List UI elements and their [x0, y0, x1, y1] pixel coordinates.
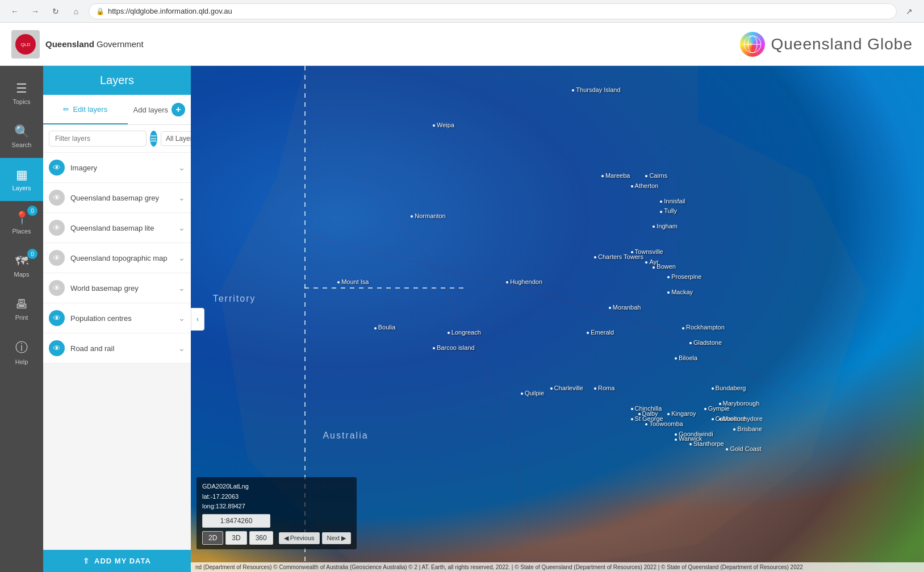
sidebar: ☰ Topics 🔍 Search ▦ Layers 0 📍 Places 0 …: [0, 66, 43, 572]
app-header: QLD Queensland Government Queensland Glo…: [0, 23, 924, 66]
view-3d-button[interactable]: 3D: [225, 531, 246, 545]
view-2d-button[interactable]: 2D: [202, 531, 223, 545]
collapse-panel-button[interactable]: ‹: [191, 308, 204, 331]
add-my-data-button[interactable]: ⇧ ADD MY DATA: [43, 550, 191, 572]
browser-chrome: ← → ↻ ⌂ 🔒 https://qldglobe.information.q…: [0, 0, 924, 23]
layers-panel-title: Layers: [43, 66, 191, 95]
layers-label: Layers: [12, 185, 31, 191]
home-button[interactable]: ⌂: [68, 3, 84, 19]
sidebar-item-help[interactable]: ⓘ Help: [0, 331, 43, 374]
external-link-button[interactable]: ↗: [901, 3, 917, 19]
layer-item[interactable]: 👁 Queensland topographic map ⌄: [43, 243, 191, 273]
map-city-label: Toowoomba: [645, 420, 683, 427]
layer-visibility-toggle[interactable]: 👁: [49, 280, 65, 296]
australia-label: Australia: [323, 431, 368, 441]
view-360-button[interactable]: 360: [249, 531, 273, 545]
map-attribution: nd (Department of Resources) © Commonwea…: [191, 562, 924, 572]
map-city-label: Moranbah: [609, 304, 641, 311]
maps-label: Maps: [14, 271, 30, 278]
filter-layers-input[interactable]: [49, 131, 147, 147]
all-layers-dropdown[interactable]: All Layers ▼: [161, 131, 191, 146]
layer-expand-icon[interactable]: ⌄: [178, 344, 185, 353]
map-city-label: Tully: [660, 207, 677, 214]
edit-icon: ✏: [63, 105, 69, 114]
layer-visibility-toggle[interactable]: 👁: [49, 310, 65, 326]
sidebar-item-places[interactable]: 0 📍 Places: [0, 201, 43, 244]
map-city-label: Mackay: [667, 289, 693, 295]
maps-icon: 🗺: [15, 254, 28, 269]
boundary-line-horizontal: [304, 287, 463, 289]
layer-name: Road and rail: [70, 344, 173, 353]
layer-visibility-toggle[interactable]: 👁: [49, 220, 65, 236]
brand-title: Queensland Globe: [740, 32, 913, 57]
map-city-label: Thursday Island: [572, 86, 620, 93]
map-city-label: Caboolture: [712, 415, 746, 422]
layer-item[interactable]: 👁 Queensland basemap lite ⌄: [43, 213, 191, 243]
qld-government-logo: QLD Queensland Government: [11, 30, 144, 59]
sidebar-item-topics[interactable]: ☰ Topics: [0, 72, 43, 115]
layers-panel: Layers ✏ Edit layers Add layers + ☰ All …: [43, 66, 191, 572]
sidebar-item-search[interactable]: 🔍 Search: [0, 115, 43, 158]
url-text: https://qldglobe.information.qld.gov.au: [108, 7, 232, 15]
map-city-label: Gympie: [704, 405, 730, 412]
layer-list: 👁 Imagery ⌄ 👁 Queensland basemap grey ⌄ …: [43, 153, 191, 550]
layer-expand-icon[interactable]: ⌄: [178, 223, 185, 232]
lng-label: long:132.89427: [202, 502, 351, 512]
all-layers-label: All Layers: [166, 135, 191, 143]
scale-input[interactable]: [202, 514, 270, 528]
sidebar-item-maps[interactable]: 0 🗺 Maps: [0, 244, 43, 287]
layer-visibility-toggle[interactable]: 👁: [49, 340, 65, 356]
layer-item[interactable]: 👁 Road and rail ⌄: [43, 333, 191, 364]
previous-button[interactable]: ◀ Previous: [279, 532, 320, 544]
map-city-label: Boulia: [374, 324, 396, 331]
edit-layers-tab[interactable]: ✏ Edit layers: [43, 95, 128, 124]
layer-item[interactable]: 👁 World basemap grey ⌄: [43, 273, 191, 303]
map-city-label: Kingaroy: [667, 410, 696, 417]
filter-settings-button[interactable]: ☰: [150, 131, 157, 147]
coord-system-label: GDA2020LatLng: [202, 482, 351, 492]
places-badge: 0: [27, 206, 37, 216]
map-city-label: Quilpie: [521, 390, 544, 396]
map-city-label: Proserpine: [667, 273, 701, 280]
layer-name: World basemap grey: [70, 284, 173, 293]
layer-name: Queensland basemap grey: [70, 194, 173, 202]
map-city-label: Mount Isa: [337, 278, 369, 285]
layer-expand-icon[interactable]: ⌄: [178, 253, 185, 262]
svg-text:QLD: QLD: [21, 41, 31, 47]
layer-expand-icon[interactable]: ⌄: [178, 193, 185, 202]
map-info-box: GDA2020LatLng lat:-17.22063 long:132.894…: [196, 477, 357, 549]
back-button[interactable]: ←: [7, 3, 23, 19]
layer-expand-icon[interactable]: ⌄: [178, 283, 185, 293]
layer-name: Population centres: [70, 314, 173, 323]
map-city-label: Barcoo island: [433, 344, 475, 351]
map-city-label: Mareeba: [601, 172, 630, 179]
sidebar-item-layers[interactable]: ▦ Layers: [0, 158, 43, 201]
layers-icon: ▦: [16, 168, 28, 182]
add-layers-label: Add layers: [133, 106, 168, 114]
map-city-label: Ingham: [653, 223, 678, 229]
layer-item[interactable]: 👁 Population centres ⌄: [43, 303, 191, 333]
lat-label: lat:-17.22063: [202, 492, 351, 502]
next-button[interactable]: Next ▶: [322, 532, 352, 544]
add-layers-button[interactable]: +: [172, 103, 185, 116]
australia-label-text: Australia: [323, 431, 368, 440]
layer-expand-icon[interactable]: ⌄: [178, 163, 185, 172]
map-city-label: Innisfail: [660, 198, 685, 204]
layer-item[interactable]: 👁 Queensland basemap grey ⌄: [43, 183, 191, 213]
map-city-label: Atherton: [631, 182, 659, 189]
map-city-label: Gold Coast: [726, 445, 761, 452]
layer-name: Queensland topographic map: [70, 254, 173, 262]
layer-visibility-toggle[interactable]: 👁: [49, 160, 65, 176]
places-label: Places: [12, 228, 31, 235]
forward-button[interactable]: →: [27, 3, 43, 19]
map-city-label: Gladstone: [689, 339, 722, 346]
layer-expand-icon[interactable]: ⌄: [178, 314, 185, 323]
print-icon: 🖶: [15, 297, 28, 312]
sidebar-item-print[interactable]: 🖶 Print: [0, 287, 43, 331]
layer-visibility-toggle[interactable]: 👁: [49, 190, 65, 206]
refresh-button[interactable]: ↻: [48, 3, 64, 19]
add-my-data-label: ADD MY DATA: [94, 557, 151, 565]
layer-item[interactable]: 👁 Imagery ⌄: [43, 153, 191, 183]
add-layers-tab[interactable]: Add layers +: [128, 95, 191, 124]
layer-visibility-toggle[interactable]: 👁: [49, 250, 65, 266]
